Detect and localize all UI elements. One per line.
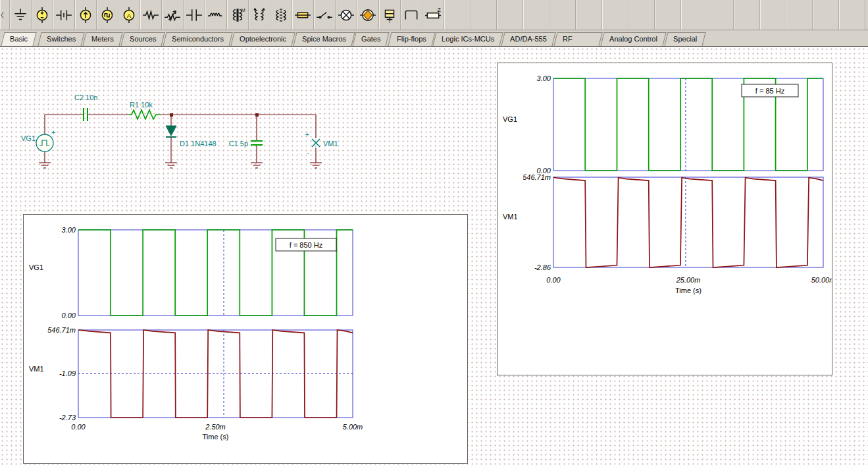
tab-special[interactable]: Special	[664, 32, 705, 46]
ground-icon[interactable]	[10, 0, 32, 30]
relay-icon[interactable]: T	[379, 0, 401, 30]
led-icon[interactable]	[357, 0, 379, 30]
diagram-window-right[interactable]: VG13.000.00VM1546.71m-2.860.0025.00m50.0…	[497, 63, 832, 375]
tab-label: Logic ICs-MCUs	[442, 35, 494, 43]
y-tick-bottom: -2.86	[534, 263, 551, 271]
capacitor-icon[interactable]	[184, 0, 205, 30]
tab-label: AD/DA-555	[511, 35, 548, 43]
ground-icon[interactable]	[39, 163, 51, 168]
r1-label: R1 10k	[130, 101, 153, 109]
wire[interactable]	[45, 115, 316, 163]
svg-text:A: A	[127, 11, 132, 18]
y-tick-mid: -1.09	[59, 369, 76, 377]
diagram-plot-area: VG13.000.00VM1546.71m-2.73-1.090.002.50m…	[24, 215, 467, 463]
y-tick-bottom: 0.00	[62, 312, 76, 319]
ground-icon[interactable]	[165, 163, 177, 168]
component-group-tabbar: BasicSwitchesMetersSourcesSemiconductors…	[0, 30, 868, 47]
tab-label: Analog Control	[609, 35, 657, 43]
d1-diode[interactable]	[166, 126, 176, 137]
x-tick: 25.00m	[676, 276, 701, 284]
svg-text:Z: Z	[438, 7, 442, 13]
vg1-signal-label: VG1	[503, 115, 517, 123]
toolbar-empty-slot	[576, 0, 602, 30]
tab-logic-ics-mcus[interactable]: Logic ICs-MCUs	[433, 32, 503, 46]
coupled-inductors-icon[interactable]	[249, 0, 270, 30]
toolbar-empty-slot	[523, 0, 549, 30]
potentiometer-icon[interactable]	[162, 0, 184, 30]
vm1-voltmeter[interactable]	[312, 139, 320, 147]
ground-icon[interactable]	[310, 163, 322, 168]
tab-optoelectronic[interactable]: Optoelectronic	[230, 32, 295, 46]
toolbar-empty-slot	[707, 0, 734, 30]
vm1-signal-label: VM1	[29, 365, 44, 373]
tab-switches[interactable]: Switches	[38, 32, 84, 46]
vm1-minus-sign: -	[307, 148, 309, 156]
vg1-voltage-generator[interactable]	[36, 134, 53, 151]
tab-meters[interactable]: Meters	[82, 32, 122, 46]
x-axis-label: Time (s)	[203, 433, 229, 441]
lamp-icon[interactable]	[336, 0, 357, 30]
toolbar-empty-slot	[628, 0, 655, 30]
toolbar-empty-slot	[734, 0, 760, 30]
vm1-signal-label: VM1	[503, 213, 518, 221]
jumper-icon[interactable]	[401, 0, 422, 30]
tab-label: Sources	[130, 35, 156, 43]
tab-spice-macros[interactable]: Spice Macros	[293, 32, 355, 46]
c1-label: C1 5p	[229, 140, 248, 148]
voltage-generator-icon[interactable]	[97, 0, 118, 30]
toolbar-empty-slot	[655, 0, 681, 30]
toolbar-empty-slot	[602, 0, 628, 30]
toolbar-empty-slot	[471, 0, 497, 30]
d1-label: D1 1N4148	[180, 140, 217, 148]
c2-capacitor[interactable]	[84, 108, 88, 121]
x-tick: 2.50m	[205, 423, 226, 431]
x-axis-label: Time (s)	[675, 287, 702, 294]
vm1-plot-frame	[553, 177, 823, 267]
toolbar-empty-slot	[813, 0, 839, 30]
diagram-window-left[interactable]: VG13.000.00VM1546.71m-2.73-1.090.002.50m…	[23, 214, 468, 464]
inductor-icon[interactable]	[205, 0, 227, 30]
tab-label: Spice Macros	[302, 35, 346, 43]
voltage-source-icon[interactable]	[32, 0, 53, 30]
ground-icon[interactable]	[251, 163, 263, 168]
tab-rf[interactable]: RF	[553, 32, 602, 46]
tab-sources[interactable]: Sources	[120, 32, 165, 46]
vm1-label: VM1	[323, 140, 338, 148]
toolbar-empty-slot	[839, 0, 865, 30]
transformer-icon[interactable]: M	[227, 0, 249, 30]
tab-basic[interactable]: Basic	[1, 32, 36, 46]
impedance-icon[interactable]: Z	[422, 0, 444, 30]
tab-label: Special	[673, 35, 697, 43]
overflow-left-icon[interactable]	[0, 0, 10, 30]
fuse-icon[interactable]	[292, 0, 314, 30]
vg1-signal-label: VG1	[29, 263, 43, 271]
tina-application-window: AMTZ BasicSwitchesMetersSourcesSemicondu…	[0, 0, 868, 465]
y-tick-top: 546.71m	[523, 173, 551, 181]
vg1-plus-sign: +	[51, 128, 55, 136]
tab-label: Optoelectronic	[240, 35, 286, 43]
x-tick: 0.00	[71, 423, 86, 431]
tab-label: Flip-flops	[397, 35, 426, 43]
tab-analog-control[interactable]: Analog Control	[600, 32, 666, 46]
y-tick-top: 3.00	[537, 74, 551, 82]
tab-semiconductors[interactable]: Semiconductors	[163, 32, 232, 46]
coupled-inductors-2-icon[interactable]	[270, 0, 292, 30]
current-generator-icon[interactable]: A	[118, 0, 140, 30]
tab-flip-flops[interactable]: Flip-flops	[388, 32, 435, 46]
vm1-plus-sign: +	[305, 130, 309, 138]
toolbar-empty-slot	[681, 0, 707, 30]
current-source-icon[interactable]	[75, 0, 97, 30]
c2-label: C2 10n	[74, 94, 97, 101]
switch-icon[interactable]	[314, 0, 336, 30]
resistor-icon[interactable]	[140, 0, 162, 30]
toolbar-empty-slot	[497, 0, 523, 30]
tab-gates[interactable]: Gates	[353, 32, 390, 46]
c1-capacitor[interactable]	[251, 141, 263, 145]
y-tick-top: 3.00	[62, 226, 76, 234]
schematic-canvas[interactable]: + + - VG1 C2 10n	[0, 47, 868, 465]
battery-icon[interactable]	[53, 0, 75, 30]
tab-label: RF	[563, 35, 573, 43]
r1-resistor[interactable]	[129, 110, 161, 119]
tab-ad-da-555[interactable]: AD/DA-555	[501, 32, 556, 46]
x-tick: 0.00	[546, 276, 561, 284]
